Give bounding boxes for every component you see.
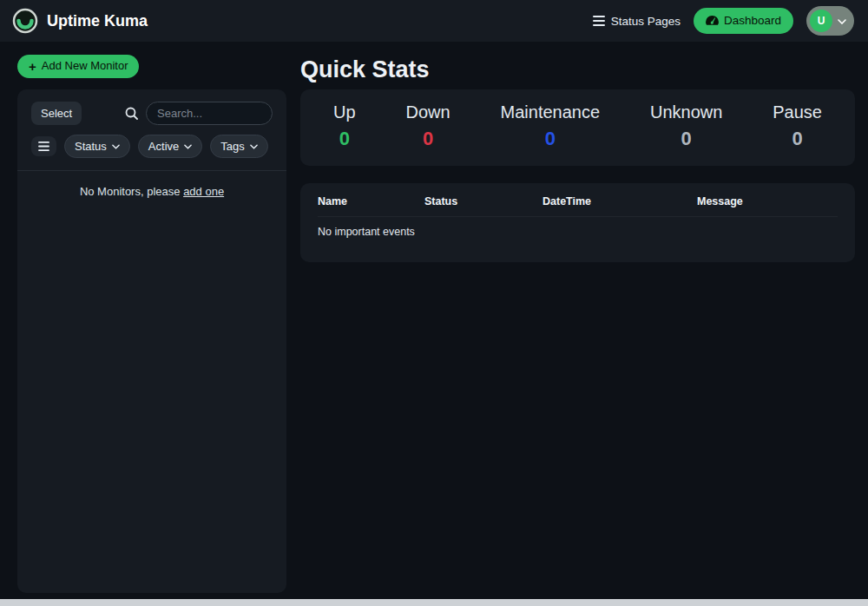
app-title: Uptime Kuma [47, 12, 148, 30]
stat-up-label: Up [333, 102, 356, 122]
no-monitors-text: No Monitors, please add one [31, 185, 273, 198]
status-filter-dropdown[interactable]: Status [64, 135, 130, 158]
add-one-link[interactable]: add one [183, 185, 224, 198]
main-content: Quick Stats Up 0 Down 0 Maintenance 0 Un… [300, 55, 855, 262]
header-brand[interactable]: Uptime Kuma [12, 8, 148, 34]
stat-pause: Pause 0 [773, 102, 822, 150]
divider [17, 170, 286, 171]
select-button[interactable]: Select [31, 102, 82, 125]
events-empty-row: No important events [318, 217, 838, 238]
chevron-down-icon [184, 144, 192, 149]
chevron-down-icon [838, 19, 846, 24]
list-icon [593, 16, 605, 26]
filter-hamburger-button[interactable] [31, 136, 56, 156]
stat-unknown-label: Unknown [650, 102, 722, 122]
important-events-card: Name Status DateTime Message No importan… [300, 183, 855, 262]
dashboard-button[interactable]: Dashboard [694, 8, 793, 34]
active-filter-label: Active [148, 140, 179, 153]
monitor-filter-row: Status Active Tags [31, 135, 273, 158]
tags-filter-dropdown[interactable]: Tags [210, 135, 267, 158]
stat-down-label: Down [405, 102, 450, 122]
quick-stats-card: Up 0 Down 0 Maintenance 0 Unknown 0 Paus… [300, 89, 855, 166]
stat-maintenance: Maintenance 0 [501, 102, 601, 150]
events-table-header: Name Status DateTime Message [318, 195, 838, 217]
avatar: U [810, 10, 832, 32]
hamburger-icon [38, 142, 49, 151]
stat-maintenance-label: Maintenance [501, 102, 601, 122]
plus-icon: + [29, 60, 36, 73]
status-filter-label: Status [75, 140, 107, 153]
stat-up-value: 0 [333, 128, 356, 150]
stat-down: Down 0 [405, 102, 450, 150]
stat-maintenance-value: 0 [501, 128, 601, 150]
gauge-icon [706, 15, 719, 26]
uptime-kuma-logo-icon [12, 8, 38, 34]
page-title: Quick Stats [300, 55, 855, 84]
add-monitor-label: Add New Monitor [42, 60, 128, 73]
search-input[interactable] [146, 102, 273, 125]
stat-pause-value: 0 [773, 128, 822, 150]
chevron-down-icon [250, 144, 258, 149]
events-header-status: Status [424, 195, 542, 207]
user-menu-button[interactable]: U [806, 6, 854, 36]
chevron-down-icon [112, 144, 120, 149]
app-root: Uptime Kuma Status Pages Dashboard [0, 0, 868, 593]
search-area [125, 102, 273, 125]
header-nav: Status Pages Dashboard U [593, 6, 854, 36]
sidebar: + Add New Monitor Select [17, 55, 286, 593]
page-bottom-edge [0, 599, 868, 606]
events-header-name: Name [318, 195, 424, 207]
events-header-datetime: DateTime [542, 195, 697, 207]
status-pages-link[interactable]: Status Pages [593, 15, 681, 28]
stat-unknown: Unknown 0 [650, 102, 722, 150]
add-monitor-button[interactable]: + Add New Monitor [17, 55, 139, 78]
stat-unknown-value: 0 [650, 128, 722, 150]
tags-filter-label: Tags [220, 140, 244, 153]
status-pages-label: Status Pages [611, 15, 681, 28]
search-icon[interactable] [125, 107, 138, 120]
stat-pause-label: Pause [773, 102, 822, 122]
monitor-list-toolbar: Select [31, 102, 273, 125]
active-filter-dropdown[interactable]: Active [138, 135, 202, 158]
no-monitors-label: No Monitors, please [80, 185, 181, 198]
app-header: Uptime Kuma Status Pages Dashboard [0, 0, 868, 42]
dashboard-label: Dashboard [724, 14, 781, 28]
page-content: + Add New Monitor Select [0, 42, 868, 593]
stat-down-value: 0 [405, 128, 450, 150]
monitor-list-panel: Select [17, 89, 286, 593]
events-header-message: Message [697, 195, 838, 207]
stat-up: Up 0 [333, 102, 356, 150]
